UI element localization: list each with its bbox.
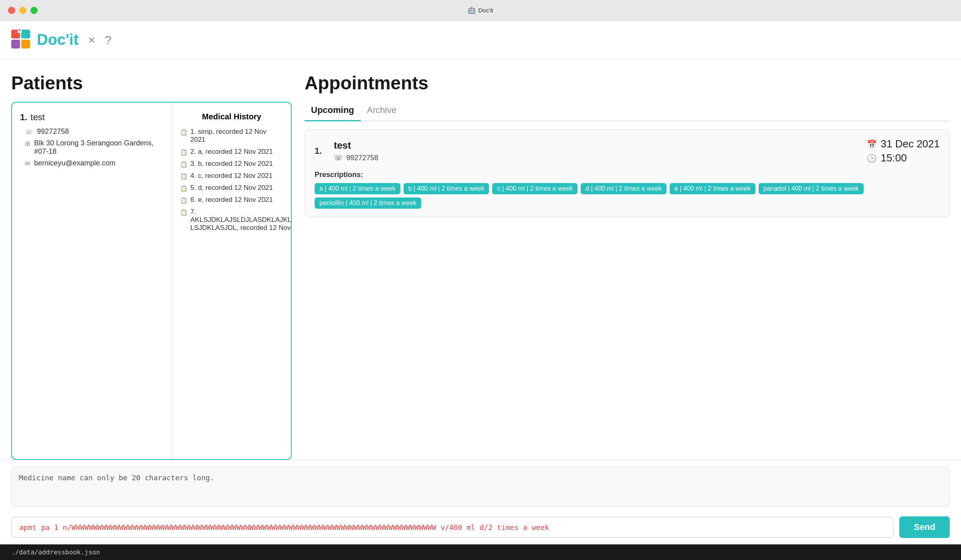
logo-sq-purple: [11, 40, 20, 48]
app-logo: + Doc'it: [11, 30, 79, 50]
patient-phone-detail: ☏ 99272758: [20, 127, 164, 136]
status-bar: ./data/addressbook.json: [0, 544, 961, 560]
prescription-tag: panadol | 400 ml | 2 times a week: [759, 183, 864, 194]
title-bar: 🏥 Doc'it: [0, 0, 961, 21]
history-icon: 📋: [180, 161, 187, 167]
history-icon: 📋: [180, 209, 187, 216]
history-item: 📋5. d, recorded 12 Nov 2021: [180, 184, 283, 192]
history-icon: 📋: [180, 173, 187, 179]
status-path: ./data/addressbook.json: [11, 548, 100, 556]
history-text: 6. e, recorded 12 Nov 2021: [190, 196, 273, 204]
appt-phone-icon: ☏: [334, 153, 343, 162]
appointment-header: 1. test ☏ 99272758 📅 31 Dec 2021: [315, 138, 940, 164]
history-text: 1. simp, recorded 12 Nov 2021: [190, 128, 283, 144]
appointments-title: Appointments: [305, 72, 950, 94]
message-box: Medicine name can only be 20 characters …: [11, 467, 950, 507]
appt-phone: ☏ 99272758: [334, 153, 860, 162]
patient-email: berniceyu@example.com: [34, 159, 115, 167]
history-item: 📋7. AKLSJDKLAJSLDJLASDKLAJKLDJAK LSJDKLA…: [180, 208, 283, 232]
history-item: 📋4. c, recorded 12 Nov 2021: [180, 172, 283, 180]
command-input[interactable]: [11, 517, 894, 538]
patient-address: Blk 30 Lorong 3 Serangoon Gardens, #07-1…: [34, 139, 164, 156]
appt-patient-info: test ☏ 99272758: [334, 140, 860, 162]
prescriptions-label: Prescriptions:: [315, 171, 940, 179]
history-icon: 📋: [180, 197, 187, 203]
main-content: Patients 1. test ☏ 99272758 ⊞ Blk 30 Lor…: [0, 59, 961, 460]
patients-panel: Patients 1. test ☏ 99272758 ⊞ Blk 30 Lor…: [11, 72, 292, 460]
prescription-tag: penicillin | 400 ml | 2 times a week: [315, 197, 421, 209]
prescription-tag: b | 400 ml | 2 times a week: [404, 183, 489, 194]
history-text: 3. b, recorded 12 Nov 2021: [190, 160, 273, 168]
fullscreen-traffic-light[interactable]: [30, 7, 38, 14]
patient-number: 1.: [20, 112, 27, 123]
appt-datetime: 📅 31 Dec 2021 🕒 15:00: [867, 138, 940, 164]
history-text: 5. d, recorded 12 Nov 2021: [190, 184, 273, 192]
patient-phone: 99272758: [37, 127, 69, 136]
send-button[interactable]: Send: [899, 516, 950, 538]
appointment-number: 1.: [315, 146, 327, 156]
history-text: 7. AKLSJDKLAJSLDJLASDKLAJKLDJAK LSJDKLAS…: [190, 208, 291, 232]
command-bar: Send: [0, 512, 961, 544]
history-item: 📋3. b, recorded 12 Nov 2021: [180, 160, 283, 168]
prescriptions-section: Prescriptions: a | 400 ml | 2 times a we…: [315, 171, 940, 209]
medical-history-items: 📋1. simp, recorded 12 Nov 2021📋2. a, rec…: [180, 128, 283, 232]
appointments-tabs: Upcoming Archive: [305, 102, 950, 121]
patient-email-detail: ✉ berniceyu@example.com: [20, 159, 164, 167]
appt-time-row: 🕒 15:00: [867, 152, 907, 164]
patient-name-text: test: [30, 112, 44, 123]
tab-archive[interactable]: Archive: [361, 102, 403, 121]
phone-icon: ☏: [25, 128, 33, 136]
logo-sq-orange: [21, 40, 30, 48]
calendar-icon: 📅: [867, 139, 877, 149]
history-text: 4. c, recorded 12 Nov 2021: [190, 172, 273, 180]
patient-item: 1. test ☏ 99272758 ⊞ Blk 30 Lorong 3 Ser…: [20, 112, 164, 167]
title-bar-text: 🏥 Doc'it: [468, 6, 493, 14]
logo-icon: +: [11, 30, 32, 50]
title-bar-icon: 🏥: [468, 6, 476, 14]
prescriptions-tags: a | 400 ml | 2 times a weekb | 400 ml | …: [315, 183, 940, 209]
patients-list-container: 1. test ☏ 99272758 ⊞ Blk 30 Lorong 3 Ser…: [11, 102, 292, 460]
appointments-panel: Appointments Upcoming Archive 1. test ☏ …: [305, 72, 950, 460]
medical-history-col: Medical History 📋1. simp, recorded 12 No…: [172, 103, 291, 459]
clock-icon: 🕒: [867, 153, 877, 163]
history-text: 2. a, recorded 12 Nov 2021: [190, 148, 273, 156]
traffic-lights: [8, 7, 38, 14]
tab-upcoming[interactable]: Upcoming: [305, 102, 361, 121]
logo-sq-red: +: [11, 30, 20, 38]
prescription-tag: c | 400 ml | 2 times a week: [492, 183, 577, 194]
history-icon: 📋: [180, 129, 187, 135]
title-bar-app-name: Doc'it: [478, 7, 493, 14]
message-area: Medicine name can only be 20 characters …: [0, 460, 961, 512]
email-icon: ✉: [25, 160, 30, 167]
minimize-traffic-light[interactable]: [19, 7, 26, 14]
prescription-tag: e | 400 ml | 2 times a week: [670, 183, 755, 194]
logo-sq-teal: [21, 30, 30, 38]
patient-info-col: 1. test ☏ 99272758 ⊞ Blk 30 Lorong 3 Ser…: [12, 103, 172, 459]
appt-phone-number: 99272758: [346, 154, 378, 162]
close-button[interactable]: ×: [88, 33, 95, 47]
help-button[interactable]: ?: [105, 33, 112, 47]
patients-title: Patients: [11, 72, 292, 94]
appt-date-row: 📅 31 Dec 2021: [867, 138, 940, 150]
history-item: 📋6. e, recorded 12 Nov 2021: [180, 196, 283, 204]
address-icon: ⊞: [25, 140, 30, 147]
medical-history-title: Medical History: [180, 112, 283, 121]
appt-patient-name: test: [334, 140, 860, 151]
history-item: 📋2. a, recorded 12 Nov 2021: [180, 148, 283, 156]
close-traffic-light[interactable]: [8, 7, 15, 14]
history-icon: 📋: [180, 149, 187, 155]
history-icon: 📋: [180, 185, 187, 191]
prescription-tag: a | 400 ml | 2 times a week: [315, 183, 400, 194]
patient-name: 1. test: [20, 112, 164, 123]
app-name: Doc'it: [37, 31, 79, 48]
prescription-tag: d | 400 ml | 2 times a week: [581, 183, 666, 194]
appt-time: 15:00: [881, 152, 907, 164]
appt-date: 31 Dec 2021: [881, 138, 940, 150]
patient-address-detail: ⊞ Blk 30 Lorong 3 Serangoon Gardens, #07…: [20, 139, 164, 156]
appointment-card: 1. test ☏ 99272758 📅 31 Dec 2021: [305, 129, 950, 217]
appointments-content: 1. test ☏ 99272758 📅 31 Dec 2021: [305, 121, 950, 460]
history-item: 📋1. simp, recorded 12 Nov 2021: [180, 128, 283, 144]
app-header: + Doc'it × ?: [0, 21, 961, 59]
